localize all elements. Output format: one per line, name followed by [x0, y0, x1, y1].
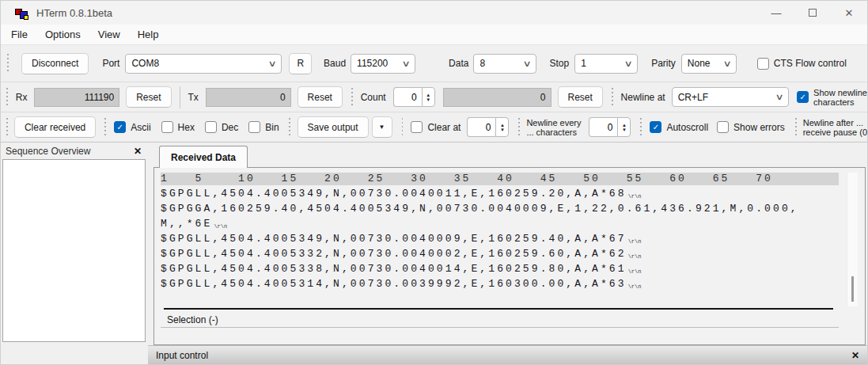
rx-reset-button[interactable]: Reset [126, 86, 171, 108]
port-label: Port [102, 58, 119, 69]
toolbar-grip[interactable] [6, 88, 9, 107]
sequence-overview-panel: Sequence Overview ✕ [1, 143, 148, 342]
input-control-bar: Input control ✕ [148, 345, 867, 364]
toolbar-grip[interactable] [640, 118, 642, 137]
terminal-line: $GPGLL,4504.4005349,N,00730.0040011,E,16… [161, 186, 839, 201]
ascii-label: Ascii [131, 122, 150, 133]
vertical-scrollbar[interactable] [847, 173, 858, 306]
clear-received-button[interactable]: Clear received [14, 116, 96, 138]
menu-file[interactable]: File [2, 25, 36, 44]
app-window: HTerm 0.8.1beta — ✕ File Options View He… [0, 0, 868, 365]
show-newline-checkbox[interactable]: ✓ [797, 91, 809, 103]
hex-label: Hex [178, 122, 195, 133]
toolbar-grip[interactable] [104, 118, 106, 137]
newline-every-label: Newline every ... characters [526, 118, 581, 137]
rx-count-display: 111190 [34, 88, 119, 107]
menu-help[interactable]: Help [129, 25, 168, 44]
count-display: 0 [443, 88, 552, 107]
terminal-line: $GPGLL,4504.4005332,N,00730.0040002,E,16… [161, 246, 839, 261]
chevron-down-icon: ∨ [624, 59, 632, 69]
clear-at-stepper[interactable]: 0 ▲▼ [467, 117, 509, 137]
scrollbar-thumb[interactable] [851, 276, 854, 302]
newline-chars: \r\n [628, 283, 642, 290]
parity-select[interactable]: None ∨ [681, 54, 737, 74]
port-select[interactable]: COM8 ∨ [125, 54, 282, 74]
newline-every-stepper[interactable]: 0 ▲▼ [589, 117, 631, 137]
close-button[interactable]: ✕ [831, 1, 867, 25]
main-area: Sequence Overview ✕ Received Data 1 5 10… [1, 143, 867, 345]
show-errors-label: Show errors [733, 122, 785, 133]
data-bits-label: Data [449, 58, 468, 69]
terminal-line: $GPGGA,160259.40,4504.4005349,N,00730.00… [161, 201, 839, 216]
column-ruler: 1 5 10 15 20 25 30 35 40 45 50 55 60 65 … [161, 173, 839, 185]
sequence-overview-title: Sequence Overview [6, 146, 90, 157]
input-control-close-icon[interactable]: ✕ [851, 350, 859, 361]
chevron-down-icon: ∨ [722, 59, 731, 69]
baud-select[interactable]: 115200 ∨ [351, 54, 415, 74]
maximize-button[interactable] [794, 1, 831, 25]
disconnect-button[interactable]: Disconnect [21, 53, 89, 74]
terminal-text-area[interactable]: $GPGLL,4504.4005349,N,00730.0040011,E,16… [161, 186, 839, 305]
spin-down-icon[interactable]: ▼ [622, 127, 627, 132]
data-bits-select[interactable]: 8 ∨ [473, 54, 536, 74]
spin-down-icon[interactable]: ▼ [500, 127, 505, 132]
divider [161, 327, 839, 328]
chevron-down-icon: ∨ [775, 92, 783, 102]
tx-reset-button[interactable]: Reset [298, 86, 343, 108]
count-stepper[interactable]: 0 ▲▼ [393, 87, 435, 107]
rescan-ports-button[interactable]: R [289, 53, 312, 74]
check-icon: ✓ [653, 123, 659, 131]
save-output-dropdown-button[interactable]: ▼ [372, 116, 392, 138]
counter-toolbar: Rx 111190 Reset Tx 0 Reset Count 0 ▲▼ 0 … [1, 82, 867, 112]
rx-label: Rx [16, 92, 28, 103]
count-reset-button[interactable]: Reset [558, 86, 603, 108]
check-icon: ✓ [799, 93, 805, 101]
autoscroll-label: Autoscroll [666, 122, 708, 133]
minimize-icon: — [771, 7, 782, 19]
toolbar-grip[interactable] [289, 118, 290, 137]
tx-label: Tx [188, 92, 198, 103]
cts-flow-control-checkbox[interactable] [757, 58, 769, 70]
received-data-area: Received Data 1 5 10 15 20 25 30 35 40 4… [148, 143, 867, 345]
dec-checkbox[interactable] [205, 121, 217, 133]
show-errors-checkbox[interactable] [717, 121, 729, 133]
spin-down-icon[interactable]: ▼ [426, 97, 430, 102]
toolbar-grip[interactable] [518, 118, 520, 137]
menu-options[interactable]: Options [36, 25, 89, 44]
close-icon: ✕ [845, 7, 854, 19]
newline-at-select[interactable]: CR+LF ∨ [672, 87, 789, 107]
terminal-line: $GPGLL,4504.4005349,N,00730.0040009,E,16… [161, 231, 839, 246]
maximize-icon [809, 9, 817, 17]
menu-view[interactable]: View [89, 25, 129, 44]
toolbar-grip[interactable] [402, 118, 404, 137]
receive-options-toolbar: Clear received ✓ Ascii Hex Dec Bin Save … [1, 112, 867, 143]
bin-checkbox[interactable] [248, 121, 260, 133]
separator [180, 86, 180, 108]
received-data-page: 1 5 10 15 20 25 30 35 40 45 50 55 60 65 … [154, 167, 866, 345]
newline-chars: \r\n [628, 268, 642, 275]
toolbar-grip[interactable] [795, 118, 797, 137]
chevron-down-icon: ∨ [268, 59, 277, 69]
toolbar-grip[interactable] [6, 54, 9, 73]
chevron-down-icon: ∨ [523, 59, 532, 69]
minimize-button[interactable]: — [758, 1, 794, 25]
save-output-button[interactable]: Save output [298, 116, 369, 138]
tab-received-data[interactable]: Received Data [159, 146, 248, 168]
toolbar-grip[interactable] [6, 118, 8, 137]
toolbar-grip[interactable] [351, 88, 354, 107]
clear-at-checkbox[interactable] [411, 121, 423, 133]
autoscroll-checkbox[interactable]: ✓ [650, 121, 661, 133]
toolbar-grip[interactable] [612, 88, 614, 107]
sequence-overview-body[interactable] [2, 159, 146, 342]
parity-label: Parity [651, 58, 676, 69]
hex-checkbox[interactable] [161, 121, 173, 133]
terminal-line: M,,*6E\r\n [161, 216, 839, 231]
stop-bits-select[interactable]: 1 ∨ [574, 54, 638, 74]
ascii-checkbox[interactable]: ✓ [114, 121, 126, 133]
bin-label: Bin [265, 122, 279, 133]
panel-close-icon[interactable]: ✕ [134, 146, 142, 157]
count-label: Count [361, 92, 386, 103]
stop-bits-label: Stop [549, 58, 569, 69]
newline-chars: \r\n [214, 223, 227, 230]
selection-splitter[interactable] [164, 308, 833, 310]
